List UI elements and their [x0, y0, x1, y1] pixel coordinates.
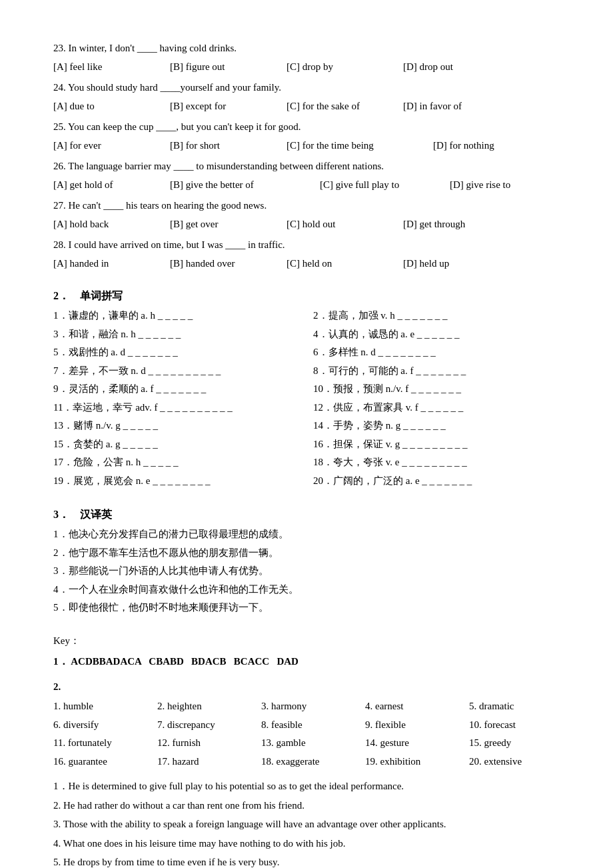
q25-optC: [C] for the time being: [287, 137, 433, 155]
question-25: 25. You can keep the cup ____, but you c…: [53, 119, 566, 154]
q25-text: 25. You can keep the cup ____, but you c…: [53, 121, 301, 132]
kv-1-1: 1. humble: [53, 698, 151, 715]
q24-optD: [D] in favor of: [403, 98, 520, 115]
vocab-item-19: 19．展览，展览会 n. e _ _ _ _ _ _ _ _: [53, 473, 306, 490]
q28-optD: [D] held up: [403, 255, 520, 273]
key-label: Key：: [53, 633, 566, 650]
q27-optD: [D] get through: [403, 216, 520, 233]
section3-list: 1．他决心充分发挥自己的潜力已取得最理想的成绩。 2．他宁愿不靠车生活也不愿从他…: [53, 526, 566, 617]
kv-4-1: 16. guarantee: [53, 753, 151, 771]
key-trans-4: 4. What one does in his leisure time may…: [53, 835, 566, 853]
vocab-item-4: 4．认真的，诚恳的 a. e _ _ _ _ _ _: [313, 326, 566, 343]
key-trans-2: 2. He had rather do without a car than r…: [53, 797, 566, 815]
vocab-item-14: 14．手势，姿势 n. g _ _ _ _ _ _: [313, 417, 566, 435]
question-26: 26. The language barrier may ____ to mis…: [53, 158, 566, 193]
vocab-item-12: 12．供应，布置家具 v. f _ _ _ _ _ _: [313, 399, 566, 417]
key-trans-1: 1．He is determined to give full play to …: [53, 778, 566, 795]
vocab-item-10: 10．预报，预测 n./v. f _ _ _ _ _ _ _: [313, 381, 566, 398]
q23-optB: [B] figure out: [170, 59, 287, 76]
q28-optC: [C] held on: [287, 255, 403, 273]
kv-1-5: 5. dramatic: [469, 698, 566, 715]
trans-item-4: 4．一个人在业余时间喜欢做什么也许和他的工作无关。: [53, 581, 566, 599]
q23-text: 23. In winter, I don't ____ having cold …: [53, 43, 237, 53]
q25-optD: [D] for nothing: [433, 137, 550, 155]
kv-1-4: 4. earnest: [365, 698, 462, 715]
trans-item-2: 2．他宁愿不靠车生活也不愿从他的朋友那借一辆。: [53, 545, 566, 562]
kv-1-3: 3. harmony: [261, 698, 358, 715]
vocab-item-1: 1．谦虚的，谦卑的 a. h _ _ _ _ _: [53, 307, 306, 325]
vocab-item-13: 13．赌博 n./v. g _ _ _ _ _: [53, 417, 306, 435]
q24-optB: [B] except for: [170, 98, 287, 115]
question-23: 23. In winter, I don't ____ having cold …: [53, 40, 566, 75]
vocab-item-17: 17．危险，公害 n. h _ _ _ _ _: [53, 454, 306, 471]
q27-optA: [A] hold back: [53, 216, 170, 233]
trans-item-3: 3．那些能说一门外语的人比其他申请人有优势。: [53, 563, 566, 580]
kv-4-5: 20. extensive: [469, 753, 566, 771]
kv-2-4: 9. flexible: [365, 717, 462, 734]
q27-optC: [C] hold out: [287, 216, 403, 233]
q23-optA: [A] feel like: [53, 59, 170, 76]
vocab-item-6: 6．多样性 n. d _ _ _ _ _ _ _ _: [313, 344, 566, 361]
q23-optD: [D] drop out: [403, 59, 520, 76]
kv-3-1: 11. fortunately: [53, 735, 151, 752]
q28-text: 28. I could have arrived on time, but I …: [53, 239, 285, 250]
vocab-item-2: 2．提高，加强 v. h _ _ _ _ _ _ _: [313, 307, 566, 325]
question-28: 28. I could have arrived on time, but I …: [53, 237, 566, 272]
q24-text: 24. You should study hard ____yourself a…: [53, 82, 281, 93]
kv-3-4: 14. gesture: [365, 735, 462, 752]
vocab-item-16: 16．担保，保证 v. g _ _ _ _ _ _ _ _ _: [313, 436, 566, 453]
section2: 2． 单词拼写 1．谦虚的，谦卑的 a. h _ _ _ _ _ 2．提高，加强…: [53, 287, 566, 491]
q27-optB: [B] get over: [170, 216, 287, 233]
q27-text: 27. He can't ____ his tears on hearing t…: [53, 200, 267, 211]
q26-text: 26. The language barrier may ____ to mis…: [53, 161, 384, 171]
q26-optB: [B] give the better of: [170, 177, 320, 194]
kv-2-3: 8. feasible: [261, 717, 358, 734]
key-section2-label: 2.: [53, 679, 566, 696]
key-section1-label: 1．: [53, 656, 69, 667]
kv-1-2: 2. heighten: [157, 698, 255, 715]
q23-optC: [C] drop by: [287, 59, 403, 76]
questions-section: 23. In winter, I don't ____ having cold …: [53, 40, 566, 272]
section2-title: 2． 单词拼写: [53, 287, 566, 305]
kv-4-3: 18. exaggerate: [261, 753, 358, 771]
kv-3-2: 12. furnish: [157, 735, 255, 752]
vocab-item-11: 11．幸运地，幸亏 adv. f _ _ _ _ _ _ _ _ _ _: [53, 399, 306, 417]
key-vocab-grid: 1. humble 2. heighten 3. harmony 4. earn…: [53, 698, 566, 770]
vocab-item-7: 7．差异，不一致 n. d _ _ _ _ _ _ _ _ _ _: [53, 363, 306, 380]
q25-optB: [B] for short: [170, 137, 287, 155]
vocab-item-8: 8．可行的，可能的 a. f _ _ _ _ _ _ _: [313, 363, 566, 380]
kv-2-1: 6. diversify: [53, 717, 151, 734]
section2-grid: 1．谦虚的，谦卑的 a. h _ _ _ _ _ 2．提高，加强 v. h _ …: [53, 307, 566, 491]
vocab-item-9: 9．灵活的，柔顺的 a. f _ _ _ _ _ _ _: [53, 381, 306, 398]
q24-optC: [C] for the sake of: [287, 98, 403, 115]
vocab-item-5: 5．戏剧性的 a. d _ _ _ _ _ _ _: [53, 344, 306, 361]
section3-title: 3． 汉译英: [53, 505, 566, 523]
kv-2-2: 7. discrepancy: [157, 717, 255, 734]
kv-4-4: 19. exhibition: [365, 753, 462, 771]
vocab-item-15: 15．贪婪的 a. g _ _ _ _ _: [53, 436, 306, 453]
trans-item-5: 5．即使他很忙，他仍时不时地来顺便拜访一下。: [53, 599, 566, 617]
section3: 3． 汉译英 1．他决心充分发挥自己的潜力已取得最理想的成绩。 2．他宁愿不靠车…: [53, 505, 566, 617]
key-section: Key： 1． ACDBBADACA CBABD BDACB BCACC DAD…: [53, 633, 566, 868]
kv-4-2: 17. hazard: [157, 753, 255, 771]
q28-optA: [A] handed in: [53, 255, 170, 273]
question-27: 27. He can't ____ his tears on hearing t…: [53, 197, 566, 233]
vocab-item-3: 3．和谐，融洽 n. h _ _ _ _ _ _: [53, 326, 306, 343]
vocab-item-18: 18．夸大，夸张 v. e _ _ _ _ _ _ _ _ _: [313, 454, 566, 471]
kv-3-3: 13. gamble: [261, 735, 358, 752]
key-trans-list: 1．He is determined to give full play to …: [53, 778, 566, 868]
q26-optA: [A] get hold of: [53, 177, 170, 194]
q26-optD: [D] give rise to: [450, 177, 566, 194]
q26-optC: [C] give full play to: [320, 177, 450, 194]
key-trans-5: 5. He drops by from time to time even if…: [53, 854, 566, 868]
kv-3-5: 15. greedy: [469, 735, 566, 752]
vocab-item-20: 20．广阔的，广泛的 a. e _ _ _ _ _ _ _: [313, 473, 566, 490]
kv-2-5: 10. forecast: [469, 717, 566, 734]
trans-item-1: 1．他决心充分发挥自己的潜力已取得最理想的成绩。: [53, 526, 566, 543]
q24-optA: [A] due to: [53, 98, 170, 115]
key-section1: 1． ACDBBADACA CBABD BDACB BCACC DAD: [53, 653, 566, 671]
q25-optA: [A] for ever: [53, 137, 170, 155]
key-section1-answers: ACDBBADACA CBABD BDACB BCACC DAD: [71, 656, 299, 667]
question-24: 24. You should study hard ____yourself a…: [53, 79, 566, 115]
q28-optB: [B] handed over: [170, 255, 287, 273]
